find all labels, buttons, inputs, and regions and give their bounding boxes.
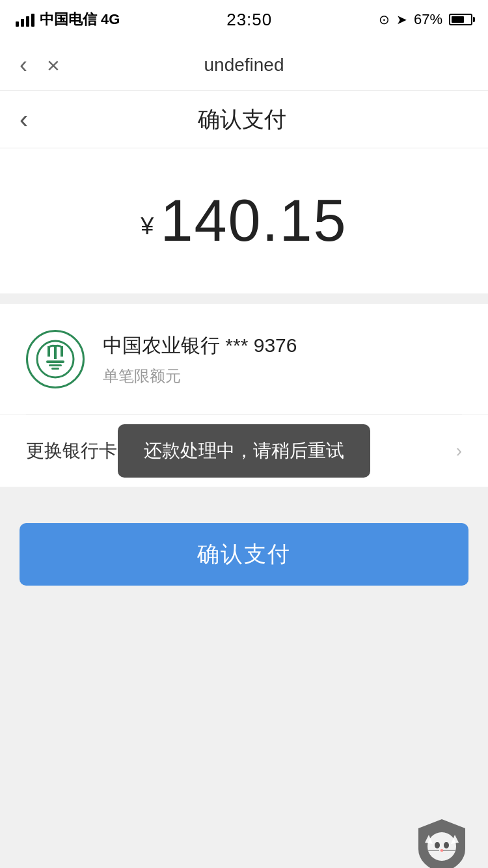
- section-divider-1: [0, 293, 488, 304]
- confirm-section: 确认支付: [0, 497, 488, 612]
- svg-rect-5: [49, 364, 62, 366]
- page-header: ‹ 确认支付: [0, 91, 488, 148]
- time-label: 23:50: [226, 10, 272, 30]
- carrier-label: 中国电信 4G: [40, 10, 120, 29]
- bank-logo: [26, 330, 85, 388]
- page-back-button[interactable]: ‹: [20, 105, 28, 134]
- svg-point-10: [435, 842, 440, 848]
- section-divider-2: [0, 487, 488, 497]
- svg-point-7: [427, 832, 456, 861]
- nav-bar: ‹ × undefined: [0, 39, 488, 91]
- confirm-payment-button[interactable]: 确认支付: [20, 523, 468, 586]
- location-icon: ➤: [396, 12, 407, 27]
- nav-back-button[interactable]: ‹: [20, 51, 27, 79]
- nav-title: undefined: [204, 55, 284, 75]
- black-cat-badge: 黑猫 BLACK CAT: [400, 810, 488, 868]
- bank-name: 中国农业银行 *** 9376: [103, 332, 462, 359]
- status-left: 中国电信 4G: [16, 10, 120, 29]
- cat-shield-icon: [416, 817, 468, 868]
- battery-icon: [449, 14, 472, 25]
- battery-percent: 67%: [414, 11, 442, 28]
- change-bank-row[interactable]: 更换银行卡 › 还款处理中，请稍后重试: [0, 415, 488, 487]
- status-bar: 中国电信 4G 23:50 ⊙ ➤ 67%: [0, 0, 488, 39]
- svg-rect-4: [46, 360, 64, 363]
- change-bank-label: 更换银行卡: [26, 439, 117, 463]
- signal-icon: [16, 12, 34, 27]
- nav-left[interactable]: ‹ ×: [20, 51, 60, 79]
- currency-symbol: ¥: [141, 213, 154, 248]
- bottom-spacer: 黑猫 BLACK CAT: [0, 612, 488, 868]
- page-title: 确认支付: [41, 105, 442, 135]
- payment-amount: 140.15: [160, 187, 347, 254]
- bank-info: 中国农业银行 *** 9376 单笔限额元: [103, 332, 462, 387]
- amount-section: ¥ 140.15: [0, 148, 488, 293]
- svg-point-11: [444, 842, 449, 848]
- svg-rect-6: [51, 368, 59, 370]
- abc-bank-icon: [36, 340, 75, 379]
- toast-message: 还款处理中，请稍后重试: [118, 424, 370, 478]
- status-right: ⊙ ➤ 67%: [379, 11, 472, 28]
- svg-point-12: [440, 849, 443, 852]
- bank-section: 中国农业银行 *** 9376 单笔限额元: [0, 304, 488, 414]
- bank-limit: 单笔限额元: [103, 366, 462, 387]
- lock-icon: ⊙: [379, 12, 390, 27]
- row-arrow-icon: ›: [456, 441, 462, 461]
- nav-close-button[interactable]: ×: [47, 54, 60, 76]
